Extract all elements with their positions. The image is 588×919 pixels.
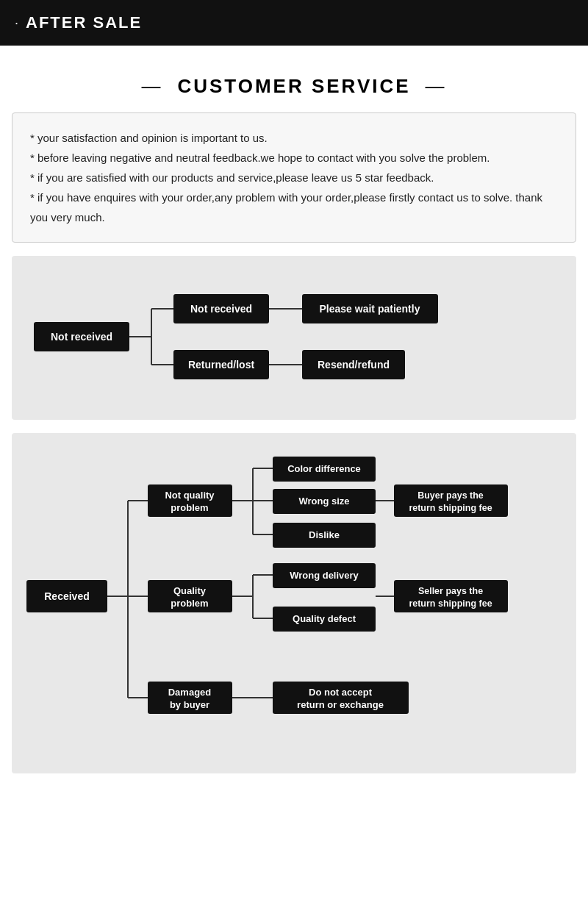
header-bar: · AFTER SALE: [0, 0, 588, 46]
quality-problem-label1: Quality: [173, 585, 207, 596]
nr-branch2-label: Returned/lost: [188, 359, 255, 371]
buyer-pays-label1: Buyer pays the: [417, 490, 484, 501]
color-diff-label: Color difference: [287, 463, 361, 474]
not-received-section: Not received Not received Please wait pa…: [12, 256, 576, 420]
received-section: Received Not quality problem Color diffe…: [12, 433, 576, 773]
dislike-label: Dislike: [309, 529, 340, 540]
info-line-1: * your satisfaction and opinion is impor…: [30, 128, 558, 148]
dash-right: —: [426, 75, 447, 98]
header-dot: ·: [15, 15, 18, 31]
nr-branch1-label: Not received: [190, 303, 252, 315]
header-title: AFTER SALE: [26, 13, 142, 32]
nr-result2-label: Resend/refund: [318, 359, 390, 371]
damaged-label2: by buyer: [170, 699, 209, 710]
quality-problem-label2: problem: [171, 598, 208, 609]
nr-root-label: Not received: [51, 331, 112, 343]
buyer-pays-label2: return shipping fee: [409, 503, 492, 513]
info-box: * your satisfaction and opinion is impor…: [12, 112, 576, 243]
nr-result1-label: Please wait patiently: [320, 303, 420, 315]
no-accept-label2: return or exchange: [297, 699, 384, 710]
received-root-label: Received: [44, 590, 89, 602]
customer-service-heading: — CUSTOMER SERVICE —: [0, 46, 588, 112]
seller-pays-label2: return shipping fee: [409, 598, 492, 609]
not-received-diagram-svg: Not received Not received Please wait pa…: [26, 278, 585, 396]
not-quality-label1: Not quality: [165, 490, 215, 501]
dash-left: —: [141, 75, 162, 98]
wrong-size-label: Wrong size: [298, 496, 349, 507]
quality-defect-label: Quality defect: [293, 613, 356, 624]
damaged-label1: Damaged: [168, 687, 212, 698]
seller-pays-label1: Seller pays the: [418, 586, 483, 596]
info-line-3: * if you are satisfied with our products…: [30, 168, 558, 187]
received-diagram-svg: Received Not quality problem Color diffe…: [19, 455, 578, 749]
not-quality-label2: problem: [171, 502, 208, 513]
info-line-4: * if you have enquires with your order,a…: [30, 187, 558, 227]
info-line-2: * before leaving negative and neutral fe…: [30, 148, 558, 168]
no-accept-label1: Do not accept: [309, 687, 373, 698]
cs-title: CUSTOMER SERVICE: [177, 75, 410, 98]
wrong-delivery-label: Wrong delivery: [290, 570, 359, 581]
